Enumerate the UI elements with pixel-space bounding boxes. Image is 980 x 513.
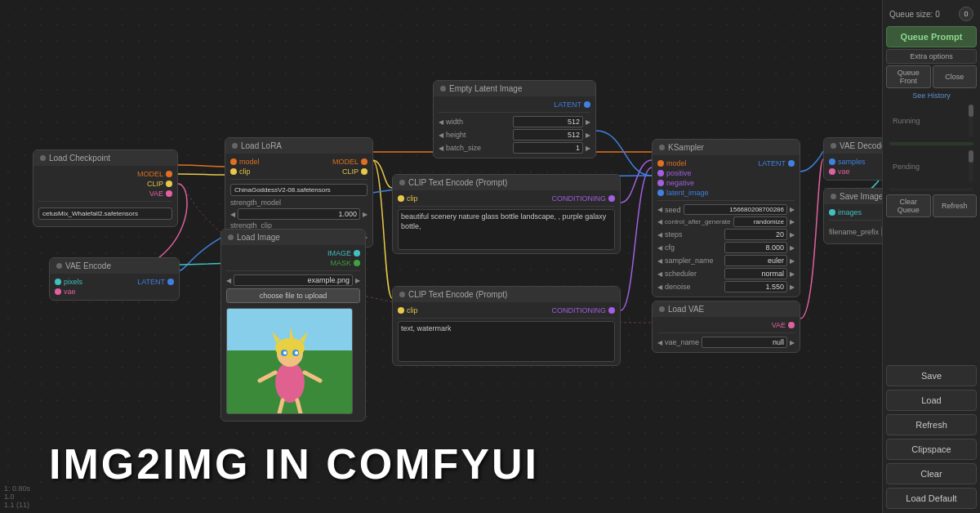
- cfg-row: ◀ cfg 8.000 ▶: [657, 241, 795, 254]
- port-vae-in-ve[interactable]: [55, 288, 61, 295]
- label-latent-in-ks: latent_image: [666, 189, 709, 197]
- port-pixels-in[interactable]: [55, 279, 61, 285]
- running-row: Running: [886, 103, 977, 139]
- label-vae-in-ve: vae: [64, 288, 76, 296]
- label-image-out-li: IMAGE: [327, 249, 351, 257]
- input-samples-vd: samples: [829, 157, 866, 167]
- label-strength-model: strength_model: [230, 199, 281, 207]
- arrow-left-seed[interactable]: ◀: [657, 206, 662, 213]
- clear-button[interactable]: Clear: [886, 463, 977, 484]
- arrow-right-strength-model[interactable]: ▶: [363, 211, 368, 218]
- arrow-right-scheduler[interactable]: ▶: [790, 270, 795, 278]
- arrow-right-denoise[interactable]: ▶: [790, 283, 795, 291]
- output-cond-pos: CONDITIONING: [552, 194, 616, 203]
- arrow-left-scheduler[interactable]: ◀: [657, 270, 662, 278]
- port-cond-out-neg[interactable]: [608, 307, 615, 314]
- strength-model-ctrl[interactable]: ◀ 1.000 ▶: [230, 207, 368, 221]
- clipspace-button[interactable]: Clipspace: [886, 439, 977, 460]
- port-samples-in[interactable]: [829, 158, 835, 165]
- clear-queue-button[interactable]: Clear Queue: [886, 194, 931, 217]
- port-clip-out[interactable]: [166, 181, 172, 187]
- arrow-left-height[interactable]: ◀: [439, 132, 443, 139]
- port-images-in[interactable]: [829, 209, 835, 216]
- running-scrollbar[interactable]: [969, 105, 973, 137]
- port-vae-out[interactable]: [166, 190, 172, 197]
- port-model-out[interactable]: [166, 171, 172, 177]
- label-model: MODEL: [137, 170, 163, 178]
- port-image-out-li[interactable]: [354, 250, 360, 256]
- input-clip-neg: clip: [398, 306, 418, 315]
- lora-name-input[interactable]: [230, 184, 368, 196]
- port-model-out-lora[interactable]: [361, 158, 368, 165]
- pos-prompt-text[interactable]: beautiful scenery nature glass bottle la…: [398, 209, 615, 250]
- arrow-right-height[interactable]: ▶: [586, 132, 590, 139]
- arrow-left-steps[interactable]: ◀: [657, 231, 662, 239]
- node-title-load-lora: Load LoRA: [241, 141, 282, 150]
- arrow-left-cag[interactable]: ◀: [657, 218, 662, 225]
- arrow-right-image[interactable]: ▶: [355, 277, 360, 284]
- load-button[interactable]: Load: [886, 390, 977, 411]
- port-clip-out-lora[interactable]: [361, 168, 368, 175]
- port-latent-in-ks[interactable]: [657, 190, 664, 196]
- arrow-right-cag[interactable]: ▶: [790, 218, 795, 225]
- port-clip-in-neg[interactable]: [398, 307, 404, 314]
- close-button[interactable]: Close: [933, 65, 978, 88]
- port-positive-in-ks[interactable]: [657, 170, 664, 176]
- port-vae-out-lv[interactable]: [788, 322, 795, 328]
- load-default-button[interactable]: Load Default: [886, 488, 977, 509]
- queue-count: 0: [959, 7, 973, 21]
- arrow-left-cfg[interactable]: ◀: [657, 244, 662, 252]
- sampler-name-row: ◀ sampler_name euler ▶: [657, 254, 795, 267]
- arrow-left-image[interactable]: ◀: [226, 277, 231, 284]
- pending-scrollbar[interactable]: [969, 150, 973, 183]
- extra-options-button[interactable]: Extra options: [886, 49, 977, 64]
- input-images-si: images: [829, 207, 882, 217]
- canvas-area[interactable]: Load Checkpoint MODEL CLIP VAE Loa: [0, 0, 882, 513]
- arrow-left-sampler[interactable]: ◀: [657, 257, 662, 265]
- label-scheduler: scheduler: [665, 270, 722, 278]
- queue-front-button[interactable]: Queue Front: [886, 65, 931, 88]
- arrow-right-cfg[interactable]: ▶: [790, 244, 795, 252]
- arrow-left-strength-model[interactable]: ◀: [230, 211, 235, 218]
- port-model-in-lora[interactable]: [230, 158, 237, 165]
- label-vae: VAE: [149, 190, 163, 198]
- node-header-clip-neg: CLIP Text Encode (Prompt): [393, 287, 620, 302]
- port-cond-out-pos[interactable]: [608, 195, 615, 202]
- choose-file-button[interactable]: choose file to upload: [226, 288, 360, 303]
- port-model-in-ks[interactable]: [657, 160, 664, 167]
- arrow-left-width[interactable]: ◀: [439, 118, 443, 126]
- arrow-left-batch[interactable]: ◀: [439, 145, 443, 152]
- arrow-right-steps[interactable]: ▶: [790, 231, 795, 239]
- arrow-right-width[interactable]: ▶: [586, 118, 590, 126]
- node-header-load-checkpoint: Load Checkpoint: [33, 150, 177, 166]
- arrow-left-denoise[interactable]: ◀: [657, 283, 662, 291]
- label-vae-in-vd: vae: [838, 167, 850, 176]
- port-mask-out-li[interactable]: [354, 260, 360, 266]
- input-positive-ks: positive: [657, 168, 709, 178]
- port-latent-out-ve[interactable]: [167, 279, 174, 285]
- port-latent-out[interactable]: [584, 101, 590, 108]
- refresh-button[interactable]: Refresh: [886, 414, 977, 435]
- arrow-right-seed[interactable]: ▶: [790, 206, 795, 213]
- port-negative-in-ks[interactable]: [657, 180, 664, 186]
- arrow-right-batch[interactable]: ▶: [586, 145, 590, 152]
- port-clip-in-lora[interactable]: [230, 168, 237, 175]
- label-denoise: denoise: [665, 283, 722, 291]
- node-header-empty-latent: Empty Latent Image: [434, 81, 595, 96]
- label-model-in: model: [239, 158, 260, 166]
- see-history-button[interactable]: See History: [886, 90, 977, 101]
- save-button[interactable]: Save: [886, 365, 977, 386]
- arrow-right-vae-name[interactable]: ▶: [790, 339, 795, 346]
- refresh-queue-button[interactable]: Refresh: [933, 194, 978, 217]
- arrow-left-vae-name[interactable]: ◀: [657, 339, 662, 346]
- port-clip-in-pos[interactable]: [398, 195, 404, 202]
- strength-model-value: 1.000: [238, 208, 360, 220]
- ckpt-name-input[interactable]: [38, 207, 172, 220]
- queue-prompt-button[interactable]: Queue Prompt: [886, 26, 977, 47]
- denoise-value: 1.550: [724, 281, 788, 292]
- neg-prompt-text[interactable]: text, watermark: [398, 321, 615, 362]
- node-title-load-checkpoint: Load Checkpoint: [49, 154, 110, 163]
- port-vae-in-vd[interactable]: [829, 168, 835, 175]
- arrow-right-sampler[interactable]: ▶: [790, 257, 795, 265]
- port-latent-out-ks[interactable]: [788, 160, 795, 167]
